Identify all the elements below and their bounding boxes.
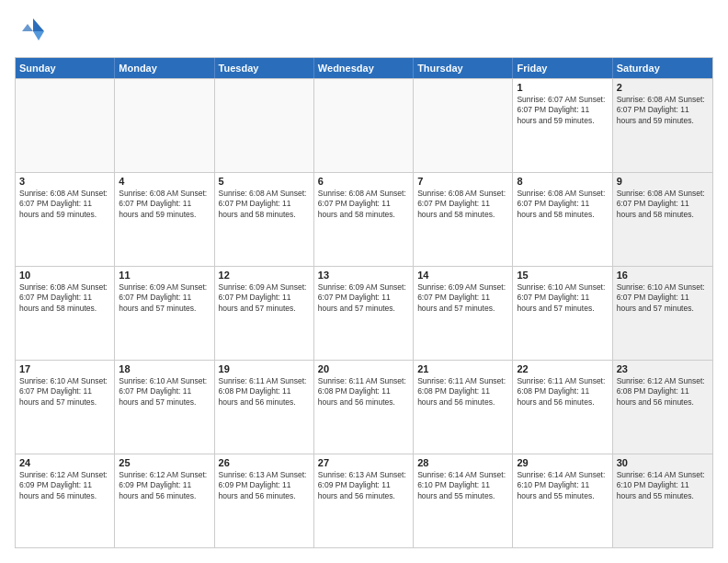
day-number: 5 xyxy=(219,176,310,187)
empty-cell xyxy=(215,79,314,172)
day-info: Sunrise: 6:08 AM Sunset: 6:07 PM Dayligh… xyxy=(219,189,310,220)
weekday-header-monday: Monday xyxy=(115,58,214,78)
day-info: Sunrise: 6:08 AM Sunset: 6:07 PM Dayligh… xyxy=(617,95,709,126)
day-number: 2 xyxy=(617,82,709,93)
day-number: 4 xyxy=(119,176,210,187)
calendar-header: SundayMondayTuesdayWednesdayThursdayFrid… xyxy=(16,58,712,78)
day-info: Sunrise: 6:11 AM Sunset: 6:08 PM Dayligh… xyxy=(517,376,608,408)
calendar-row-4: 24Sunrise: 6:12 AM Sunset: 6:09 PM Dayli… xyxy=(16,454,712,547)
day-number: 11 xyxy=(119,270,210,281)
day-number: 27 xyxy=(318,457,409,468)
day-number: 21 xyxy=(417,363,508,374)
day-info: Sunrise: 6:14 AM Sunset: 6:10 PM Dayligh… xyxy=(617,470,709,501)
day-number: 7 xyxy=(417,176,508,187)
day-info: Sunrise: 6:09 AM Sunset: 6:07 PM Dayligh… xyxy=(119,282,210,314)
weekday-header-friday: Friday xyxy=(513,58,612,78)
day-number: 6 xyxy=(318,176,409,187)
day-info: Sunrise: 6:09 AM Sunset: 6:07 PM Dayligh… xyxy=(318,282,409,314)
day-number: 12 xyxy=(219,270,310,281)
day-info: Sunrise: 6:08 AM Sunset: 6:07 PM Dayligh… xyxy=(119,189,210,220)
day-cell-11: 11Sunrise: 6:09 AM Sunset: 6:07 PM Dayli… xyxy=(115,267,214,360)
day-info: Sunrise: 6:11 AM Sunset: 6:08 PM Dayligh… xyxy=(417,376,508,408)
day-info: Sunrise: 6:12 AM Sunset: 6:09 PM Dayligh… xyxy=(19,470,110,501)
day-number: 30 xyxy=(617,457,709,468)
weekday-header-sunday: Sunday xyxy=(16,58,115,78)
weekday-header-saturday: Saturday xyxy=(613,58,712,78)
day-number: 20 xyxy=(318,363,409,374)
day-number: 19 xyxy=(219,363,310,374)
day-cell-22: 22Sunrise: 6:11 AM Sunset: 6:08 PM Dayli… xyxy=(513,361,612,454)
svg-marker-2 xyxy=(22,24,33,31)
day-cell-9: 9Sunrise: 6:08 AM Sunset: 6:07 PM Daylig… xyxy=(613,173,712,266)
day-number: 22 xyxy=(517,363,608,374)
day-info: Sunrise: 6:10 AM Sunset: 6:07 PM Dayligh… xyxy=(617,282,709,314)
day-number: 10 xyxy=(19,270,110,281)
day-number: 28 xyxy=(417,457,508,468)
day-info: Sunrise: 6:11 AM Sunset: 6:08 PM Dayligh… xyxy=(219,376,310,408)
calendar-row-0: 1Sunrise: 6:07 AM Sunset: 6:07 PM Daylig… xyxy=(16,78,712,172)
day-info: Sunrise: 6:07 AM Sunset: 6:07 PM Dayligh… xyxy=(517,95,608,126)
calendar-body: 1Sunrise: 6:07 AM Sunset: 6:07 PM Daylig… xyxy=(16,78,712,547)
weekday-header-tuesday: Tuesday xyxy=(215,58,314,78)
day-cell-26: 26Sunrise: 6:13 AM Sunset: 6:09 PM Dayli… xyxy=(215,454,314,547)
day-cell-14: 14Sunrise: 6:09 AM Sunset: 6:07 PM Dayli… xyxy=(414,267,513,360)
day-cell-5: 5Sunrise: 6:08 AM Sunset: 6:07 PM Daylig… xyxy=(215,173,314,266)
day-cell-4: 4Sunrise: 6:08 AM Sunset: 6:07 PM Daylig… xyxy=(115,173,214,266)
day-cell-7: 7Sunrise: 6:08 AM Sunset: 6:07 PM Daylig… xyxy=(414,173,513,266)
empty-cell xyxy=(414,79,513,172)
day-cell-23: 23Sunrise: 6:12 AM Sunset: 6:08 PM Dayli… xyxy=(613,361,712,454)
day-info: Sunrise: 6:08 AM Sunset: 6:07 PM Dayligh… xyxy=(417,189,508,220)
day-info: Sunrise: 6:08 AM Sunset: 6:07 PM Dayligh… xyxy=(19,189,110,220)
day-cell-29: 29Sunrise: 6:14 AM Sunset: 6:10 PM Dayli… xyxy=(513,454,612,547)
day-cell-25: 25Sunrise: 6:12 AM Sunset: 6:09 PM Dayli… xyxy=(115,454,214,547)
day-info: Sunrise: 6:09 AM Sunset: 6:07 PM Dayligh… xyxy=(417,282,508,314)
day-number: 8 xyxy=(517,176,608,187)
day-info: Sunrise: 6:08 AM Sunset: 6:07 PM Dayligh… xyxy=(318,189,409,220)
calendar: SundayMondayTuesdayWednesdayThursdayFrid… xyxy=(15,57,713,548)
day-info: Sunrise: 6:12 AM Sunset: 6:09 PM Dayligh… xyxy=(119,470,210,501)
day-info: Sunrise: 6:08 AM Sunset: 6:07 PM Dayligh… xyxy=(517,189,608,220)
day-cell-2: 2Sunrise: 6:08 AM Sunset: 6:07 PM Daylig… xyxy=(613,79,712,172)
day-cell-13: 13Sunrise: 6:09 AM Sunset: 6:07 PM Dayli… xyxy=(314,267,414,360)
empty-cell xyxy=(314,79,414,172)
day-number: 3 xyxy=(19,176,110,187)
day-cell-8: 8Sunrise: 6:08 AM Sunset: 6:07 PM Daylig… xyxy=(513,173,612,266)
calendar-row-2: 10Sunrise: 6:08 AM Sunset: 6:07 PM Dayli… xyxy=(16,266,712,360)
day-cell-24: 24Sunrise: 6:12 AM Sunset: 6:09 PM Dayli… xyxy=(16,454,115,547)
day-info: Sunrise: 6:14 AM Sunset: 6:10 PM Dayligh… xyxy=(517,470,608,501)
day-number: 9 xyxy=(617,176,709,187)
weekday-header-wednesday: Wednesday xyxy=(314,58,414,78)
day-info: Sunrise: 6:12 AM Sunset: 6:08 PM Dayligh… xyxy=(617,376,709,408)
day-info: Sunrise: 6:13 AM Sunset: 6:09 PM Dayligh… xyxy=(219,470,310,501)
day-info: Sunrise: 6:10 AM Sunset: 6:07 PM Dayligh… xyxy=(19,376,110,408)
day-number: 18 xyxy=(119,363,210,374)
day-cell-17: 17Sunrise: 6:10 AM Sunset: 6:07 PM Dayli… xyxy=(16,361,115,454)
day-number: 14 xyxy=(417,270,508,281)
day-info: Sunrise: 6:13 AM Sunset: 6:09 PM Dayligh… xyxy=(318,470,409,501)
page: SundayMondayTuesdayWednesdayThursdayFrid… xyxy=(0,0,728,563)
day-info: Sunrise: 6:08 AM Sunset: 6:07 PM Dayligh… xyxy=(617,189,709,220)
day-info: Sunrise: 6:10 AM Sunset: 6:07 PM Dayligh… xyxy=(517,282,608,314)
day-number: 15 xyxy=(517,270,608,281)
day-cell-20: 20Sunrise: 6:11 AM Sunset: 6:08 PM Dayli… xyxy=(314,361,414,454)
day-number: 17 xyxy=(19,363,110,374)
day-cell-30: 30Sunrise: 6:14 AM Sunset: 6:10 PM Dayli… xyxy=(613,454,712,547)
day-cell-1: 1Sunrise: 6:07 AM Sunset: 6:07 PM Daylig… xyxy=(513,79,612,172)
day-cell-27: 27Sunrise: 6:13 AM Sunset: 6:09 PM Dayli… xyxy=(314,454,414,547)
day-number: 26 xyxy=(219,457,310,468)
day-cell-18: 18Sunrise: 6:10 AM Sunset: 6:07 PM Dayli… xyxy=(115,361,214,454)
calendar-row-1: 3Sunrise: 6:08 AM Sunset: 6:07 PM Daylig… xyxy=(16,172,712,266)
day-cell-19: 19Sunrise: 6:11 AM Sunset: 6:08 PM Dayli… xyxy=(215,361,314,454)
day-cell-16: 16Sunrise: 6:10 AM Sunset: 6:07 PM Dayli… xyxy=(613,267,712,360)
day-cell-10: 10Sunrise: 6:08 AM Sunset: 6:07 PM Dayli… xyxy=(16,267,115,360)
day-cell-12: 12Sunrise: 6:09 AM Sunset: 6:07 PM Dayli… xyxy=(215,267,314,360)
day-info: Sunrise: 6:11 AM Sunset: 6:08 PM Dayligh… xyxy=(318,376,409,408)
day-number: 16 xyxy=(617,270,709,281)
day-number: 13 xyxy=(318,270,409,281)
day-info: Sunrise: 6:14 AM Sunset: 6:10 PM Dayligh… xyxy=(417,470,508,501)
day-cell-28: 28Sunrise: 6:14 AM Sunset: 6:10 PM Dayli… xyxy=(414,454,513,547)
svg-marker-1 xyxy=(33,31,44,40)
logo-icon xyxy=(15,15,48,48)
weekday-header-thursday: Thursday xyxy=(414,58,513,78)
logo xyxy=(15,15,51,48)
